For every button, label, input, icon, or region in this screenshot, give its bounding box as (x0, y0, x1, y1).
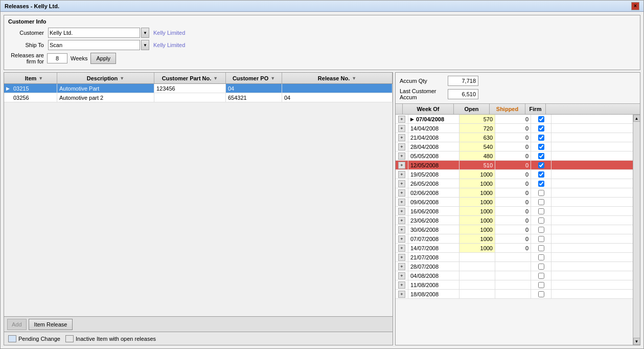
table-row[interactable]: ▶ 03215 Automotive Part 123456 04 (4, 84, 393, 93)
shipped-cell: 0 (495, 142, 531, 151)
expand-button[interactable]: + (398, 143, 405, 150)
releases-row[interactable]: + 04/08/2008 (396, 271, 633, 280)
expand-button[interactable]: + (398, 152, 405, 160)
firm-checkbox[interactable] (538, 181, 544, 187)
releases-row[interactable]: + 19/05/2008 1000 0 (396, 170, 633, 179)
expand-button[interactable]: + (398, 116, 405, 123)
releases-row[interactable]: + 21/04/2008 630 0 (396, 133, 633, 142)
firm-checkbox[interactable] (538, 208, 544, 214)
releases-row[interactable]: + 07/07/2008 1000 0 (396, 234, 633, 244)
expand-button[interactable]: + (398, 217, 405, 224)
expand-button[interactable]: + (398, 125, 405, 132)
firm-cell (531, 234, 551, 243)
firm-checkbox[interactable] (538, 254, 544, 260)
expand-button[interactable]: + (398, 134, 405, 141)
last-customer-row: Last Customer Accum 6,510 (400, 88, 636, 100)
expand-button[interactable]: + (398, 189, 405, 197)
releases-row[interactable]: + 12/05/2008 510 0 (396, 161, 633, 170)
firm-checkbox[interactable] (538, 217, 544, 224)
releases-body-wrap: + ▶07/04/2008 570 0 + 14/04/2008 720 0 +… (396, 115, 640, 345)
firm-checkbox[interactable] (538, 245, 544, 251)
accum-qty-row: Accum Qty 7,718 (400, 76, 636, 86)
table-row[interactable]: 03256 Automotive part 2 654321 04 (4, 93, 393, 102)
releases-row[interactable]: + 09/06/2008 1000 0 (396, 198, 633, 207)
custpo-filter-icon[interactable]: ▼ (270, 76, 275, 81)
item-filter-icon[interactable]: ▼ (38, 76, 43, 81)
expand-button[interactable]: + (398, 254, 405, 261)
expand-button[interactable]: + (398, 226, 405, 233)
releases-row[interactable]: + 23/06/2008 1000 0 (396, 216, 633, 225)
releases-body[interactable]: + ▶07/04/2008 570 0 + 14/04/2008 720 0 +… (396, 115, 633, 345)
firm-checkbox[interactable] (538, 227, 544, 233)
releases-row[interactable]: + 05/05/2008 480 0 (396, 151, 633, 161)
scrollbar[interactable]: ▲ ▼ (633, 115, 640, 345)
firm-checkbox[interactable] (538, 236, 544, 242)
firm-cell (531, 280, 551, 289)
firm-checkbox[interactable] (538, 199, 544, 205)
releases-row[interactable]: + 02/06/2008 1000 0 (396, 188, 633, 198)
ship-to-select[interactable] (48, 40, 140, 50)
firm-checkbox[interactable] (538, 153, 544, 159)
apply-button[interactable]: Apply (90, 53, 116, 64)
main-area: Item ▼ Description ▼ Customer Part No. ▼… (4, 72, 640, 345)
expand-button[interactable]: + (398, 199, 405, 206)
firm-checkbox[interactable] (538, 264, 544, 270)
releases-row[interactable]: + 14/04/2008 720 0 (396, 124, 633, 133)
item-release-button[interactable]: Item Release (29, 319, 73, 330)
firm-checkbox[interactable] (538, 190, 544, 196)
date-cell: 16/06/2008 (408, 207, 459, 215)
releases-row[interactable]: + 26/05/2008 1000 0 (396, 179, 633, 188)
releases-row[interactable]: + ▶07/04/2008 570 0 (396, 115, 633, 124)
firm-input[interactable] (47, 53, 67, 63)
open-cell (459, 271, 495, 280)
expand-button[interactable]: + (398, 235, 405, 243)
custpart-filter-icon[interactable]: ▼ (213, 76, 218, 81)
releases-header: Week Of Open Shipped Firm (396, 103, 640, 115)
firm-checkbox[interactable] (538, 171, 544, 178)
firm-checkbox[interactable] (538, 273, 544, 279)
scroll-down[interactable]: ▼ (633, 338, 640, 345)
firm-checkbox[interactable] (538, 125, 544, 132)
date-cell: 14/04/2008 (408, 124, 459, 133)
open-cell (459, 280, 495, 289)
ship-to-dropdown-btn[interactable]: ▼ (141, 40, 149, 50)
expand-button[interactable]: + (398, 291, 405, 298)
expand-button[interactable]: + (398, 281, 405, 289)
shipped-cell: 0 (495, 225, 531, 234)
releases-row[interactable]: + 28/04/2008 540 0 (396, 142, 633, 151)
expand-button[interactable]: + (398, 162, 405, 169)
open-cell: 540 (459, 142, 495, 151)
ship-to-linked: Kelly Limited (153, 42, 185, 48)
expand-button[interactable]: + (398, 208, 405, 215)
right-panel: Accum Qty 7,718 Last Customer Accum 6,51… (395, 72, 640, 345)
releases-row[interactable]: + 18/08/2008 (396, 290, 633, 299)
open-cell: 1000 (459, 207, 495, 215)
releases-row[interactable]: + 28/07/2008 (396, 262, 633, 271)
relno-filter-icon[interactable]: ▼ (352, 76, 356, 81)
customer-dropdown-btn[interactable]: ▼ (141, 28, 149, 38)
firm-checkbox[interactable] (538, 162, 544, 168)
firm-checkbox[interactable] (538, 135, 544, 141)
releases-row[interactable]: + 11/08/2008 (396, 280, 633, 290)
expand-button[interactable]: + (398, 180, 405, 187)
expand-button[interactable]: + (398, 245, 405, 252)
releases-row[interactable]: + 21/07/2008 (396, 253, 633, 262)
scroll-up[interactable]: ▲ (633, 115, 640, 122)
releases-row[interactable]: + 14/07/2008 1000 0 (396, 244, 633, 253)
customer-select[interactable] (48, 28, 140, 38)
firm-checkbox[interactable] (538, 282, 544, 288)
releases-row[interactable]: + 30/06/2008 1000 0 (396, 225, 633, 234)
firm-checkbox[interactable] (538, 291, 544, 297)
expand-button[interactable]: + (398, 263, 405, 270)
date-cell: ▶07/04/2008 (408, 115, 459, 123)
expand-button[interactable]: + (398, 171, 405, 178)
desc-filter-icon[interactable]: ▼ (120, 76, 124, 81)
date-cell: 21/07/2008 (408, 253, 459, 261)
firm-checkbox[interactable] (538, 144, 544, 150)
expand-button[interactable]: + (398, 272, 405, 279)
close-button[interactable]: × (631, 2, 639, 10)
group-title: Customer Info (8, 18, 636, 25)
releases-row[interactable]: + 16/06/2008 1000 0 (396, 207, 633, 216)
pending-legend-box (8, 335, 16, 342)
firm-checkbox[interactable] (538, 116, 544, 122)
